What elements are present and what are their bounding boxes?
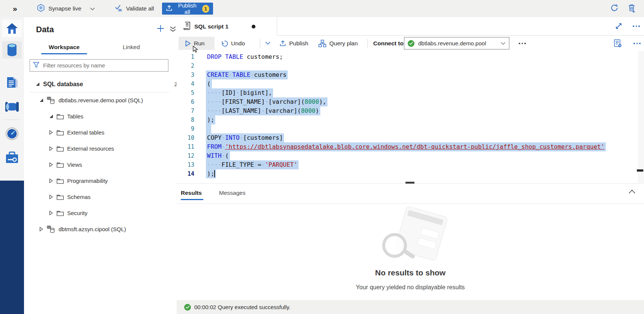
publish-all-label: Publish all	[176, 2, 199, 15]
tree-item-dbtmsft-azsyn-cipool-sql-[interactable]: dbtmsft.azsyn.cipool (SQL)	[24, 221, 192, 237]
folder-icon	[57, 162, 64, 168]
tree-item-security[interactable]: Security	[24, 205, 201, 221]
chevron-right-icon	[49, 178, 53, 183]
expand-editor-button[interactable]	[615, 22, 623, 31]
run-button[interactable]: Run	[185, 36, 204, 51]
active-tab-underline	[41, 53, 87, 54]
collapsed-caret-icon[interactable]	[49, 178, 53, 183]
line-number: 10	[177, 133, 194, 142]
code-text: ····[LAST_NAME]·[varchar](8000)	[206, 106, 320, 115]
tree-item-dbtlabs-revenue-demo-pool-sql-[interactable]: dbtlabs.revenue.demo.pool (SQL)	[24, 92, 192, 108]
mode-selector[interactable]: Synapse live	[37, 0, 95, 17]
tab-results[interactable]: Results	[181, 187, 202, 199]
tab-results-label: Results	[181, 190, 202, 196]
undo-button[interactable]: Undo	[221, 36, 245, 51]
tree-item-tables[interactable]: Tables	[24, 108, 201, 124]
collapsed-caret-icon[interactable]	[49, 146, 53, 151]
tree-item-programmability[interactable]: Programmability	[24, 173, 201, 189]
tab-more-options-icon[interactable]	[633, 25, 640, 27]
code-line-4[interactable]: 4(	[177, 79, 644, 88]
tab-linked[interactable]: Linked	[113, 40, 150, 54]
add-resource-button[interactable]	[156, 24, 165, 34]
collapsed-caret-icon[interactable]	[49, 162, 53, 167]
code-text: ····[FIRST_NAME]·[varchar](8000),	[206, 97, 327, 106]
chevron-right-icon	[49, 162, 53, 167]
folder-icon	[57, 114, 64, 120]
code-text: CREATE·TABLE·customers	[206, 70, 288, 79]
folder-icon	[57, 194, 64, 200]
tree-item-external-tables[interactable]: External tables	[24, 124, 201, 141]
manage-icon[interactable]	[2, 149, 22, 166]
top-bar: » Synapse live Validate all Publish all …	[0, 0, 644, 18]
collapsed-caret-icon[interactable]	[49, 194, 53, 199]
collapsed-caret-icon[interactable]	[39, 227, 44, 232]
expand-menu-button[interactable]: »	[13, 0, 17, 17]
line-number: 3	[177, 70, 194, 79]
code-line-8[interactable]: 8);	[177, 115, 644, 124]
filter-resources-input[interactable]	[42, 62, 165, 69]
tab-workspace-label: Workspace	[49, 44, 80, 51]
code-line-11[interactable]: 11FROM·'https://dbtlabsynapsedatalake.bl…	[177, 142, 644, 151]
code-line-1[interactable]: 1DROP TABLE customers;	[177, 52, 644, 61]
toolbar-more-options-icon[interactable]	[519, 43, 526, 44]
tree-item-label: dbtmsft.azsyn.cipool (SQL)	[59, 226, 126, 232]
query-plan-label: Query plan	[329, 40, 358, 47]
connect-to-pool-dropdown[interactable]: dbtlabs.revenue.demo.pool	[404, 37, 509, 49]
line-number: 5	[177, 88, 194, 97]
folder-icon	[57, 210, 64, 216]
expanded-caret-icon[interactable]	[39, 99, 44, 102]
collapse-all-button[interactable]	[170, 26, 176, 34]
code-line-6[interactable]: 6····[FIRST_NAME]·[varchar](8000),	[177, 97, 644, 106]
refresh-button[interactable]	[610, 0, 619, 17]
code-line-13[interactable]: 13····FILE_TYPE·=·'PARQUET'	[177, 160, 644, 169]
left-navigation-rail	[0, 17, 24, 314]
code-line-9[interactable]: 9	[177, 124, 644, 133]
code-text: WITH·(	[206, 151, 230, 160]
run-options-chevron[interactable]	[265, 36, 270, 51]
tree-item-sql-database[interactable]: SQL database2	[24, 76, 188, 92]
integrate-icon[interactable]	[2, 98, 22, 115]
collapsed-caret-icon[interactable]	[49, 211, 53, 215]
code-line-14[interactable]: 14);	[177, 169, 644, 178]
expanded-caret-icon[interactable]	[35, 82, 40, 86]
tab-messages[interactable]: Messages	[219, 187, 246, 199]
tree-item-label: Schemas	[67, 194, 91, 200]
tree-item-external-resources[interactable]: External resources	[24, 141, 201, 157]
publish-button[interactable]: Publish	[279, 36, 308, 51]
code-line-2[interactable]: 2	[177, 61, 644, 70]
tab-workspace[interactable]: Workspace	[41, 40, 87, 54]
discard-button[interactable]	[627, 0, 636, 17]
query-plan-button[interactable]: Query plan	[318, 36, 358, 51]
expanded-caret-icon[interactable]	[49, 115, 53, 118]
script-properties-button[interactable]	[613, 39, 622, 49]
publish-all-button[interactable]: Publish all 1	[162, 3, 213, 15]
unsaved-changes-dot	[252, 25, 255, 28]
monitor-icon[interactable]	[2, 125, 22, 142]
code-line-3[interactable]: 3CREATE·TABLE·customers	[177, 70, 644, 79]
validate-all-button[interactable]: Validate all	[115, 0, 154, 17]
line-number: 13	[177, 160, 194, 169]
collapse-results-button[interactable]	[629, 188, 635, 195]
tab-sql-script-1[interactable]: SQL script 1	[177, 17, 277, 36]
home-icon[interactable]	[2, 20, 22, 37]
tree-item-views[interactable]: Views	[24, 157, 201, 173]
folder-icon	[57, 210, 64, 216]
tab-linked-label: Linked	[123, 44, 140, 51]
line-number: 7	[177, 106, 194, 115]
folder-icon	[57, 146, 64, 152]
sql-code-editor[interactable]: 1DROP TABLE customers;23CREATE·TABLE·cus…	[177, 51, 644, 183]
editor-scrollbar[interactable]	[638, 51, 644, 183]
data-icon[interactable]	[2, 41, 22, 58]
chevron-right-icon	[39, 227, 43, 232]
develop-icon[interactable]	[2, 74, 22, 91]
code-line-10[interactable]: 10COPY·INTO·[customers]	[177, 133, 644, 142]
more-options-icon[interactable]	[633, 43, 641, 44]
code-line-12[interactable]: 12WITH·(	[177, 151, 644, 160]
code-line-5[interactable]: 5····[ID]·[bigint],	[177, 88, 644, 97]
tree-item-label: SQL database	[43, 81, 83, 88]
folder-icon	[57, 194, 64, 200]
collapsed-caret-icon[interactable]	[49, 130, 53, 135]
validate-all-label: Validate all	[126, 5, 154, 12]
tree-item-schemas[interactable]: Schemas	[24, 189, 201, 205]
code-line-7[interactable]: 7····[LAST_NAME]·[varchar](8000)	[177, 106, 644, 115]
